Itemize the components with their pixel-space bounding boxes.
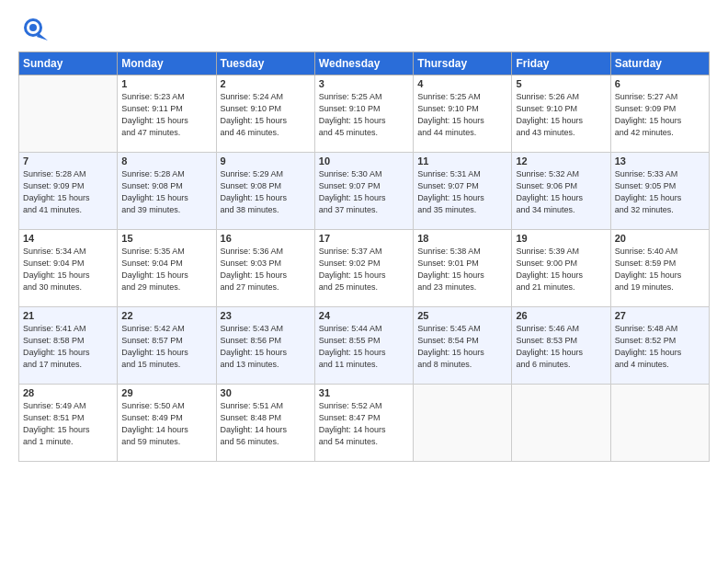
calendar-cell: 7Sunrise: 5:28 AM Sunset: 9:09 PM Daylig…	[19, 153, 118, 230]
day-number: 2	[221, 78, 311, 89]
logo	[18, 17, 53, 46]
calendar-cell: 5Sunrise: 5:26 AM Sunset: 9:10 PM Daylig…	[512, 75, 610, 153]
calendar-cell	[19, 75, 118, 153]
day-info: Sunrise: 5:48 AM Sunset: 8:52 PM Dayligh…	[615, 323, 705, 371]
calendar-cell: 4Sunrise: 5:25 AM Sunset: 9:10 PM Daylig…	[414, 75, 512, 153]
day-number: 31	[319, 387, 409, 398]
day-info: Sunrise: 5:49 AM Sunset: 8:51 PM Dayligh…	[23, 400, 113, 448]
calendar-cell: 8Sunrise: 5:28 AM Sunset: 9:08 PM Daylig…	[118, 153, 216, 230]
day-info: Sunrise: 5:25 AM Sunset: 9:10 PM Dayligh…	[319, 91, 409, 139]
day-number: 6	[615, 78, 705, 89]
day-number: 23	[221, 310, 311, 321]
day-info: Sunrise: 5:50 AM Sunset: 8:49 PM Dayligh…	[121, 400, 211, 448]
day-number: 13	[615, 155, 705, 167]
weekday-header-thursday: Thursday	[414, 52, 512, 75]
day-info: Sunrise: 5:35 AM Sunset: 9:04 PM Dayligh…	[121, 246, 211, 293]
calendar-cell: 21Sunrise: 5:41 AM Sunset: 8:58 PM Dayli…	[19, 307, 118, 385]
day-number: 17	[319, 233, 409, 244]
calendar-cell: 9Sunrise: 5:29 AM Sunset: 9:08 PM Daylig…	[216, 153, 314, 230]
svg-marker-3	[37, 33, 48, 40]
calendar-cell: 31Sunrise: 5:52 AM Sunset: 8:47 PM Dayli…	[314, 385, 413, 462]
calendar-cell: 24Sunrise: 5:44 AM Sunset: 8:55 PM Dayli…	[314, 307, 413, 385]
day-number: 28	[23, 387, 113, 398]
weekday-header-sunday: Sunday	[19, 52, 118, 75]
calendar-cell: 25Sunrise: 5:45 AM Sunset: 8:54 PM Dayli…	[414, 307, 512, 385]
day-info: Sunrise: 5:25 AM Sunset: 9:10 PM Dayligh…	[417, 91, 507, 139]
day-info: Sunrise: 5:31 AM Sunset: 9:07 PM Dayligh…	[417, 168, 507, 216]
day-info: Sunrise: 5:28 AM Sunset: 9:08 PM Dayligh…	[121, 168, 211, 216]
day-info: Sunrise: 5:37 AM Sunset: 9:02 PM Dayligh…	[319, 246, 409, 293]
calendar-cell: 20Sunrise: 5:40 AM Sunset: 8:59 PM Dayli…	[610, 230, 709, 307]
day-number: 24	[319, 310, 409, 321]
weekday-header-row: SundayMondayTuesdayWednesdayThursdayFrid…	[19, 52, 710, 75]
calendar-cell: 28Sunrise: 5:49 AM Sunset: 8:51 PM Dayli…	[19, 385, 118, 462]
weekday-header-saturday: Saturday	[610, 52, 709, 75]
calendar-cell: 26Sunrise: 5:46 AM Sunset: 8:53 PM Dayli…	[512, 307, 610, 385]
day-info: Sunrise: 5:32 AM Sunset: 9:06 PM Dayligh…	[516, 168, 606, 216]
day-number: 9	[221, 155, 311, 167]
day-info: Sunrise: 5:30 AM Sunset: 9:07 PM Dayligh…	[319, 168, 409, 216]
weekday-header-friday: Friday	[512, 52, 610, 75]
calendar-cell: 10Sunrise: 5:30 AM Sunset: 9:07 PM Dayli…	[314, 153, 413, 230]
day-number: 25	[417, 310, 507, 321]
day-info: Sunrise: 5:38 AM Sunset: 9:01 PM Dayligh…	[417, 246, 507, 293]
day-number: 4	[417, 78, 507, 89]
logo-icon	[18, 17, 48, 46]
day-info: Sunrise: 5:40 AM Sunset: 8:59 PM Dayligh…	[615, 246, 705, 293]
day-number: 15	[121, 233, 211, 244]
page: SundayMondayTuesdayWednesdayThursdayFrid…	[0, 0, 728, 563]
calendar-cell: 6Sunrise: 5:27 AM Sunset: 9:09 PM Daylig…	[610, 75, 709, 153]
day-number: 1	[121, 78, 211, 89]
day-number: 29	[121, 387, 211, 398]
day-number: 14	[23, 233, 113, 244]
svg-point-2	[29, 24, 37, 31]
calendar-cell	[610, 385, 709, 462]
day-number: 30	[221, 387, 311, 398]
day-number: 16	[221, 233, 311, 244]
day-info: Sunrise: 5:43 AM Sunset: 8:56 PM Dayligh…	[221, 323, 311, 371]
day-info: Sunrise: 5:28 AM Sunset: 9:09 PM Dayligh…	[23, 168, 113, 216]
day-info: Sunrise: 5:52 AM Sunset: 8:47 PM Dayligh…	[319, 400, 409, 448]
calendar-cell: 1Sunrise: 5:23 AM Sunset: 9:11 PM Daylig…	[118, 75, 216, 153]
calendar-week-row: 28Sunrise: 5:49 AM Sunset: 8:51 PM Dayli…	[19, 385, 710, 462]
calendar-week-row: 14Sunrise: 5:34 AM Sunset: 9:04 PM Dayli…	[19, 230, 710, 307]
day-number: 21	[23, 310, 113, 321]
day-info: Sunrise: 5:44 AM Sunset: 8:55 PM Dayligh…	[319, 323, 409, 371]
calendar-cell: 15Sunrise: 5:35 AM Sunset: 9:04 PM Dayli…	[118, 230, 216, 307]
weekday-header-monday: Monday	[118, 52, 216, 75]
calendar-week-row: 21Sunrise: 5:41 AM Sunset: 8:58 PM Dayli…	[19, 307, 710, 385]
calendar-cell: 16Sunrise: 5:36 AM Sunset: 9:03 PM Dayli…	[216, 230, 314, 307]
day-number: 5	[516, 78, 606, 89]
day-info: Sunrise: 5:46 AM Sunset: 8:53 PM Dayligh…	[516, 323, 606, 371]
weekday-header-tuesday: Tuesday	[216, 52, 314, 75]
calendar-cell: 29Sunrise: 5:50 AM Sunset: 8:49 PM Dayli…	[118, 385, 216, 462]
day-number: 12	[516, 155, 606, 167]
day-info: Sunrise: 5:51 AM Sunset: 8:48 PM Dayligh…	[221, 400, 311, 448]
day-info: Sunrise: 5:36 AM Sunset: 9:03 PM Dayligh…	[221, 246, 311, 293]
calendar-cell: 27Sunrise: 5:48 AM Sunset: 8:52 PM Dayli…	[610, 307, 709, 385]
day-number: 11	[417, 155, 507, 167]
calendar-cell: 23Sunrise: 5:43 AM Sunset: 8:56 PM Dayli…	[216, 307, 314, 385]
day-info: Sunrise: 5:34 AM Sunset: 9:04 PM Dayligh…	[23, 246, 113, 293]
calendar-cell: 22Sunrise: 5:42 AM Sunset: 8:57 PM Dayli…	[118, 307, 216, 385]
day-number: 18	[417, 233, 507, 244]
day-info: Sunrise: 5:24 AM Sunset: 9:10 PM Dayligh…	[221, 91, 311, 139]
header	[18, 17, 710, 46]
day-number: 20	[615, 233, 705, 244]
day-number: 22	[121, 310, 211, 321]
calendar-cell: 30Sunrise: 5:51 AM Sunset: 8:48 PM Dayli…	[216, 385, 314, 462]
calendar-cell: 13Sunrise: 5:33 AM Sunset: 9:05 PM Dayli…	[610, 153, 709, 230]
calendar-week-row: 7Sunrise: 5:28 AM Sunset: 9:09 PM Daylig…	[19, 153, 710, 230]
calendar-cell: 14Sunrise: 5:34 AM Sunset: 9:04 PM Dayli…	[19, 230, 118, 307]
calendar-cell: 3Sunrise: 5:25 AM Sunset: 9:10 PM Daylig…	[314, 75, 413, 153]
calendar-cell: 11Sunrise: 5:31 AM Sunset: 9:07 PM Dayli…	[414, 153, 512, 230]
calendar-cell: 12Sunrise: 5:32 AM Sunset: 9:06 PM Dayli…	[512, 153, 610, 230]
calendar-week-row: 1Sunrise: 5:23 AM Sunset: 9:11 PM Daylig…	[19, 75, 710, 153]
calendar-cell: 18Sunrise: 5:38 AM Sunset: 9:01 PM Dayli…	[414, 230, 512, 307]
calendar-cell: 19Sunrise: 5:39 AM Sunset: 9:00 PM Dayli…	[512, 230, 610, 307]
day-number: 19	[516, 233, 606, 244]
weekday-header-wednesday: Wednesday	[314, 52, 413, 75]
calendar-cell: 2Sunrise: 5:24 AM Sunset: 9:10 PM Daylig…	[216, 75, 314, 153]
day-info: Sunrise: 5:42 AM Sunset: 8:57 PM Dayligh…	[121, 323, 211, 371]
day-number: 26	[516, 310, 606, 321]
